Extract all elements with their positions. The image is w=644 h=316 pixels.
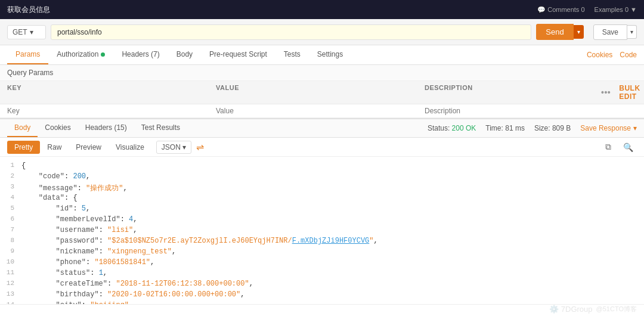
format-tab-raw[interactable]: Raw xyxy=(40,141,69,154)
resp-tab-test-results[interactable]: Test Results xyxy=(134,119,187,137)
code-line: 1 { xyxy=(0,162,644,172)
top-bar: 获取会员信息 💬 Comments 0 Examples 0 ▼ xyxy=(0,0,644,19)
url-bar: GET ▾ Send ▾ Save ▾ xyxy=(0,19,644,45)
format-tabs-right: ⧉ 🔍 xyxy=(602,140,637,154)
col-value: VALUE xyxy=(216,84,425,101)
url-input[interactable] xyxy=(51,24,531,40)
auth-indicator xyxy=(101,52,105,57)
code-line: 10 "phone": "18061581841", xyxy=(0,258,644,269)
col-key: KEY xyxy=(7,84,216,101)
code-line: 4 "data": { xyxy=(0,194,644,205)
description-input[interactable] xyxy=(425,107,601,115)
save-btn-group: Save ▾ xyxy=(593,24,637,40)
tab-tests[interactable]: Tests xyxy=(275,45,309,64)
code-link[interactable]: Code xyxy=(620,51,637,59)
comments-label: 💬 Comments 0 xyxy=(537,6,584,14)
value-input[interactable] xyxy=(216,107,425,115)
time-value: 81 ms xyxy=(505,124,525,132)
code-line: 3 "message": "操作成功", xyxy=(0,183,644,194)
tab-settings[interactable]: Settings xyxy=(309,45,351,64)
status-label: Status: 200 OK xyxy=(428,124,476,132)
save-button[interactable]: Save xyxy=(593,24,627,40)
code-line: 8 "password": "$2a$10$NZ5o7r2E.ayT2Zoxgj… xyxy=(0,237,644,247)
tab-params[interactable]: Params xyxy=(7,45,48,64)
response-status: Status: 200 OK Time: 81 ms Size: 809 B S… xyxy=(428,124,637,132)
method-select[interactable]: GET ▾ xyxy=(7,25,46,39)
size-value: 809 B xyxy=(552,124,571,132)
request-tabs: Params Authorization Headers (7) Body Pr… xyxy=(0,45,644,65)
query-params-header: Query Params xyxy=(0,65,644,81)
code-line: 12 "createTime": "2018-11-12T06:12:38.00… xyxy=(0,280,644,290)
save-response-label: Save Response xyxy=(580,124,631,132)
top-bar-right: 💬 Comments 0 Examples 0 ▼ xyxy=(537,6,637,14)
send-btn-group: Send ▾ xyxy=(536,24,583,40)
send-dropdown-button[interactable]: ▾ xyxy=(574,25,584,39)
format-tab-visualize[interactable]: Visualize xyxy=(109,141,151,154)
key-input[interactable] xyxy=(7,107,216,115)
format-tabs: Pretty Raw Preview Visualize JSON ▾ ⇌ ⧉ … xyxy=(0,138,644,157)
tab-headers[interactable]: Headers (7) xyxy=(113,45,168,64)
code-line: 13 "birthday": "2020-10-02T16:00:00.000+… xyxy=(0,290,644,301)
tab-pre-request[interactable]: Pre-request Script xyxy=(201,45,275,64)
page-title: 获取会员信息 xyxy=(7,5,50,15)
cookies-link[interactable]: Cookies xyxy=(587,51,612,59)
copy-button[interactable]: ⧉ xyxy=(602,140,615,154)
request-tabs-left: Params Authorization Headers (7) Body Pr… xyxy=(7,45,351,64)
response-tabs: Body Cookies Headers (15) Test Results S… xyxy=(0,118,644,138)
time-label: Time: 81 ms xyxy=(485,124,525,132)
resp-tab-cookies[interactable]: Cookies xyxy=(38,119,78,137)
wrap-icon[interactable]: ⇌ xyxy=(196,141,204,153)
format-tab-preview[interactable]: Preview xyxy=(69,141,109,154)
format-tabs-left: Pretty Raw Preview Visualize JSON ▾ ⇌ xyxy=(7,141,204,154)
format-tab-pretty[interactable]: Pretty xyxy=(7,141,40,154)
resp-tab-body[interactable]: Body xyxy=(7,119,38,137)
chevron-down-icon: ▾ xyxy=(633,124,637,132)
tab-body[interactable]: Body xyxy=(168,45,201,64)
code-line: 9 "nickname": "xingneng_test", xyxy=(0,247,644,258)
code-area: 1 { 2 "code": 200, 3 "message": "操作成功", … xyxy=(0,157,644,305)
request-tabs-right: Cookies Code xyxy=(587,51,637,59)
examples-label: Examples 0 ▼ xyxy=(595,6,637,14)
bottom-bar: ⚙️ 7DGroup @51CTO博客 xyxy=(542,302,644,305)
resp-tab-headers[interactable]: Headers (15) xyxy=(78,119,134,137)
status-value: 200 OK xyxy=(452,124,476,132)
save-dropdown-button[interactable]: ▾ xyxy=(627,25,637,39)
chevron-down-icon: ▾ xyxy=(182,143,186,151)
code-line: 5 "id": 5, xyxy=(0,205,644,215)
code-line: 11 "status": 1, xyxy=(0,269,644,280)
size-label: Size: 809 B xyxy=(534,124,571,132)
bulk-edit-button[interactable]: Bulk Edit xyxy=(619,84,640,101)
format-type-select[interactable]: JSON ▾ xyxy=(156,141,191,154)
code-line: 6 "memberLevelId": 4, xyxy=(0,215,644,226)
params-table-row xyxy=(0,104,644,118)
response-tabs-left: Body Cookies Headers (15) Test Results xyxy=(7,119,187,137)
more-options-icon[interactable]: ••• xyxy=(601,88,611,97)
code-line: 7 "username": "lisi", xyxy=(0,226,644,237)
search-button[interactable]: 🔍 xyxy=(620,141,637,154)
code-line: 2 "code": 200, xyxy=(0,172,644,183)
params-table-header: KEY VALUE DESCRIPTION ••• Bulk Edit xyxy=(0,81,644,104)
save-response-button[interactable]: Save Response ▾ xyxy=(580,124,637,132)
col-description: DESCRIPTION xyxy=(425,84,601,101)
tab-authorization[interactable]: Authorization xyxy=(48,45,113,64)
chevron-down-icon: ▾ xyxy=(30,28,33,36)
send-button[interactable]: Send xyxy=(536,24,573,40)
col-actions: ••• Bulk Edit xyxy=(601,84,637,101)
